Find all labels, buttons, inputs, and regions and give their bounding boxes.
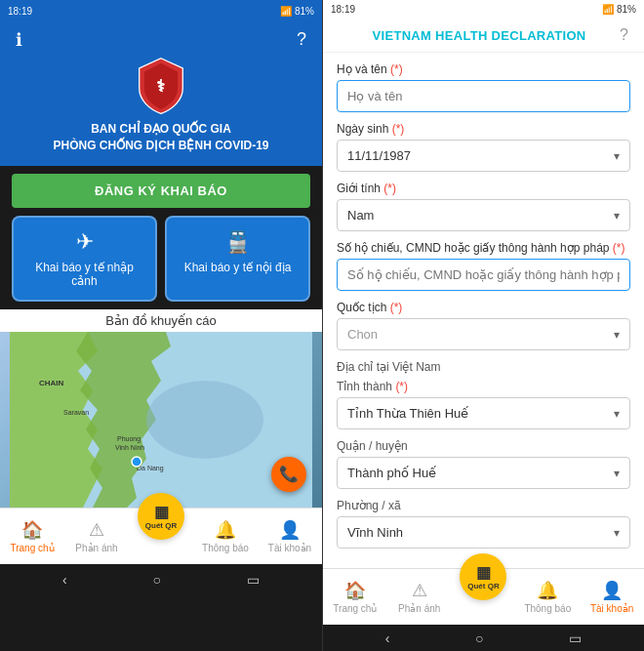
quoc-tich-placeholder: Chon bbox=[347, 327, 378, 342]
chevron-quan-huyen: ▾ bbox=[614, 467, 620, 480]
chevron-phuong-xa: ▾ bbox=[614, 526, 620, 540]
help-icon[interactable]: ? bbox=[297, 29, 306, 51]
chevron-ngay-sinh: ▾ bbox=[614, 149, 620, 163]
map-area: CHAIN Saravan Phuong Vinh Ninh Da Nang 📞 bbox=[0, 332, 322, 508]
action-btn-entry[interactable]: ✈ Khai báo y tế nhập cảnh bbox=[12, 216, 157, 302]
tinh-thanh-value: Tỉnh Thừa Thiên Huế bbox=[347, 406, 468, 421]
required-star-3: (*) bbox=[383, 182, 396, 195]
call-button[interactable]: 📞 bbox=[271, 457, 306, 492]
qr-circle: ▦ Quét QR bbox=[138, 493, 184, 540]
svg-text:Saravan: Saravan bbox=[63, 409, 89, 416]
action-btn-entry-label: Khai báo y tế nhập cảnh bbox=[35, 261, 134, 288]
field-ngay-sinh: Ngày sinh (*) 11/11/1987 ▾ bbox=[337, 122, 630, 172]
svg-point-2 bbox=[146, 381, 263, 459]
field-ho-va-ten: Họ và tên (*) bbox=[337, 62, 630, 112]
form-body: Họ và tên (*) Ngày sinh (*) 11/11/1987 ▾ bbox=[323, 53, 644, 568]
address-section-label: Địa chỉ tại Việt Nam bbox=[337, 360, 630, 374]
nav-right-feedback[interactable]: ⚠ Phản ánh bbox=[387, 569, 452, 625]
chevron-quoc-tich: ▾ bbox=[614, 328, 620, 342]
form-title: VIETNAM HEALTH DECLARATION bbox=[339, 28, 620, 43]
bottom-nav-left: 🏠 Trang chủ ⚠ Phản ánh ▦ Quét QR 🔔 Th bbox=[0, 508, 322, 564]
user-icon: 👤 bbox=[279, 519, 301, 541]
nav-right-notification[interactable]: 🔔 Thông báo bbox=[515, 569, 580, 625]
label-quan-huyen: Quận / huyện bbox=[337, 439, 630, 453]
right-screen: VIETNAM HEALTH DECLARATION ? Họ và tên (… bbox=[323, 19, 644, 625]
nav-right-notification-label: Thông báo bbox=[524, 603, 571, 614]
nav-notification[interactable]: 🔔 Thông báo bbox=[193, 509, 258, 564]
ngay-sinh-value: 11/11/1987 bbox=[347, 148, 411, 163]
required-star-4: (*) bbox=[613, 241, 625, 255]
field-gioi-tinh: Giới tính (*) Nam ▾ bbox=[337, 182, 630, 231]
required-star-5: (*) bbox=[390, 301, 403, 314]
required-star-6: (*) bbox=[395, 380, 408, 393]
nav-qr[interactable]: ▦ Quét QR bbox=[129, 509, 193, 564]
label-ho-va-ten: Họ và tên (*) bbox=[337, 62, 630, 76]
nav-account[interactable]: 👤 Tài khoản bbox=[258, 509, 322, 564]
nav-right-account-label: Tài khoản bbox=[590, 603, 633, 614]
quan-huyen-value: Thành phố Huế bbox=[347, 466, 436, 480]
field-quan-huyen: Quận / huyện Thành phố Huế ▾ bbox=[337, 439, 630, 489]
input-cmnd[interactable] bbox=[337, 259, 630, 291]
field-phuong-xa: Phường / xã Vĩnh Ninh ▾ bbox=[337, 499, 630, 549]
right-bell-icon: 🔔 bbox=[537, 580, 558, 601]
right-recents-btn[interactable]: ▭ bbox=[569, 631, 582, 646]
nav-right-home-label: Trang chủ bbox=[333, 603, 377, 614]
action-btn-domestic[interactable]: 🚆 Khai báo y tế nội địa bbox=[165, 216, 310, 302]
plane-icon: ✈ bbox=[21, 229, 147, 255]
nav-home-label: Trang chủ bbox=[10, 543, 54, 553]
label-ngay-sinh: Ngày sinh (*) bbox=[337, 122, 630, 136]
select-gioi-tinh[interactable]: Nam ▾ bbox=[337, 199, 630, 231]
label-quoc-tich: Quốc tịch (*) bbox=[337, 301, 630, 314]
bell-icon: 🔔 bbox=[215, 519, 236, 541]
home-btn[interactable]: ○ bbox=[153, 572, 161, 588]
right-back-btn[interactable]: ‹ bbox=[385, 631, 390, 646]
select-ngay-sinh[interactable]: 11/11/1987 ▾ bbox=[337, 140, 630, 172]
right-time: 18:19 bbox=[331, 4, 355, 15]
nav-notification-label: Thông báo bbox=[202, 543, 249, 553]
select-phuong-xa[interactable]: Vĩnh Ninh ▾ bbox=[337, 516, 630, 549]
field-cmnd: Số hộ chiếu, CMND hoặc giấy thông hành h… bbox=[337, 241, 630, 291]
input-ho-va-ten[interactable] bbox=[337, 80, 630, 112]
bottom-nav-right: 🏠 Trang chủ ⚠ Phản ánh ▦ Quét QR 🔔 Th bbox=[323, 568, 644, 625]
right-user-icon: 👤 bbox=[601, 580, 623, 601]
right-phone: 18:19 📶 81% VIETNAM HEALTH DECLARATION ?… bbox=[322, 0, 644, 651]
label-tinh-thanh: Tỉnh thành (*) bbox=[337, 380, 630, 393]
nav-feedback[interactable]: ⚠ Phản ánh bbox=[64, 509, 129, 564]
nav-right-home[interactable]: 🏠 Trang chủ bbox=[323, 569, 387, 625]
register-button[interactable]: ĐĂNG KÝ KHAI BÁO bbox=[12, 174, 310, 208]
nav-feedback-label: Phản ánh bbox=[75, 543, 117, 553]
select-tinh-thanh[interactable]: Tỉnh Thừa Thiên Huế ▾ bbox=[337, 397, 630, 429]
right-battery: 81% bbox=[617, 4, 636, 15]
left-wifi-icon: 📶 bbox=[280, 6, 292, 17]
nav-right-account[interactable]: 👤 Tài khoản bbox=[580, 569, 644, 625]
train-icon: 🚆 bbox=[175, 229, 301, 255]
label-cmnd: Số hộ chiếu, CMND hoặc giấy thông hành h… bbox=[337, 241, 630, 255]
nav-account-label: Tài khoản bbox=[268, 543, 311, 553]
label-phuong-xa: Phường / xã bbox=[337, 499, 630, 512]
svg-text:CHAIN: CHAIN bbox=[39, 379, 64, 387]
select-quoc-tich[interactable]: Chon ▾ bbox=[337, 318, 630, 350]
chevron-gioi-tinh: ▾ bbox=[614, 209, 620, 223]
android-nav-left: ‹ ○ ▭ bbox=[0, 564, 322, 595]
map-section: Bản đồ khuyến cáo CHAIN Saravan bbox=[0, 309, 322, 508]
back-btn[interactable]: ‹ bbox=[62, 572, 67, 588]
recents-btn[interactable]: ▭ bbox=[247, 572, 260, 588]
svg-text:⚕: ⚕ bbox=[157, 76, 166, 96]
warning-icon: ⚠ bbox=[89, 519, 104, 541]
svg-text:Vinh Ninh: Vinh Ninh bbox=[115, 444, 144, 451]
right-wifi-icon: 📶 bbox=[602, 4, 614, 15]
select-quan-huyen[interactable]: Thành phố Huế ▾ bbox=[337, 457, 630, 489]
right-home-btn[interactable]: ○ bbox=[475, 631, 483, 646]
required-star-2: (*) bbox=[392, 122, 405, 136]
nav-right-feedback-label: Phản ánh bbox=[398, 603, 440, 614]
nav-home[interactable]: 🏠 Trang chủ bbox=[0, 509, 64, 564]
nav-right-qr[interactable]: ▦ Quét QR bbox=[452, 569, 516, 625]
android-nav-right: ‹ ○ ▭ bbox=[323, 625, 644, 651]
form-help-icon[interactable]: ? bbox=[620, 26, 628, 44]
info-icon[interactable]: ℹ bbox=[16, 29, 22, 51]
svg-text:Phuong: Phuong bbox=[117, 435, 141, 443]
svg-text:Da Nang: Da Nang bbox=[137, 465, 164, 472]
gioi-tinh-value: Nam bbox=[347, 208, 374, 223]
form-header: VIETNAM HEALTH DECLARATION ? bbox=[323, 19, 644, 53]
right-status-bar: 18:19 📶 81% bbox=[323, 0, 644, 19]
